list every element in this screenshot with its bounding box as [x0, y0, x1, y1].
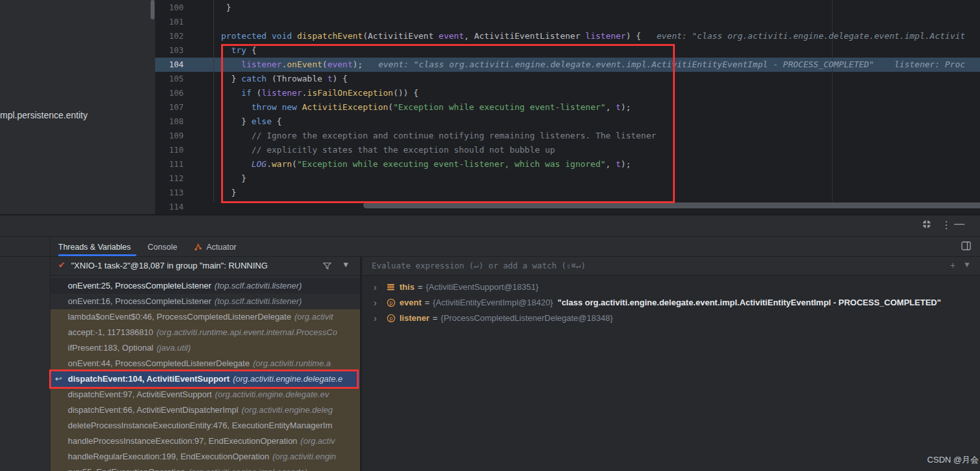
- variable-row-listener[interactable]: ›plistener={ProcessCompletedListenerDele…: [362, 311, 980, 326]
- line-number-gutter[interactable]: 106: [155, 86, 213, 100]
- code-token: ,: [464, 31, 474, 41]
- code-token: ) {: [626, 31, 641, 41]
- line-number-gutter[interactable]: 112: [155, 171, 213, 186]
- thread-dropdown-chevron-icon[interactable]: ▼: [342, 260, 350, 269]
- code-token: dispatchEvent: [297, 31, 363, 41]
- line-number-gutter[interactable]: 113: [155, 186, 213, 200]
- more-options-icon[interactable]: ⋮: [941, 219, 952, 232]
- capture-target-icon[interactable]: [921, 219, 932, 230]
- frame-method: lambda$onEvent$0:46, ProcessCompletedLis…: [68, 312, 291, 322]
- stack-frame[interactable]: dispatchEvent:97, ActivitiEventSupport(o…: [50, 387, 360, 402]
- frame-method: ifPresent:183, Optional: [68, 343, 153, 353]
- frame-method: accept:-1, 1171386810: [68, 327, 153, 337]
- frame-method: run:55, EndExecutionOperation: [68, 467, 185, 471]
- code-token: [434, 31, 439, 41]
- evaluate-dropdown-chevron-icon[interactable]: ▼: [963, 260, 971, 269]
- variable-name: this: [399, 279, 414, 295]
- stack-frame[interactable]: onEvent:16, ProcessCompleteListener(top.…: [50, 294, 360, 309]
- code-token: void: [272, 31, 292, 41]
- tab-actuator[interactable]: Actuator: [194, 243, 237, 252]
- line-number-gutter[interactable]: 103: [155, 43, 213, 58]
- this-icon: [387, 283, 396, 292]
- parameter-icon: p: [387, 314, 396, 323]
- variable-row-event[interactable]: ›pevent={ActivitiEntityEventImpl@18420}"…: [362, 295, 980, 311]
- code-text: }: [221, 1, 231, 15]
- equals-sign: =: [432, 311, 438, 326]
- add-watch-icon[interactable]: +: [950, 260, 955, 270]
- stack-frame[interactable]: accept:-1, 1171386810(org.activiti.runti…: [50, 325, 360, 340]
- stack-frame[interactable]: handleRegularExecution:199, EndExecution…: [50, 449, 360, 465]
- tab-threads-variables[interactable]: Threads & Variables: [58, 243, 131, 252]
- variables-tree[interactable]: ›this={ActivitiEventSupport@18351}›peven…: [362, 276, 980, 471]
- frame-method: onEvent:16, ProcessCompleteListener: [68, 296, 211, 306]
- code-token: listener: [586, 31, 626, 41]
- variable-row-this[interactable]: ›this={ActivitiEventSupport@18351}: [362, 279, 980, 295]
- evaluate-expression-placeholder: Evaluate expression (↵) or add a watch (…: [372, 261, 586, 270]
- frame-method: dispatchEvent:66, ActivitiEventDispatche…: [68, 405, 239, 415]
- frame-method: onEvent:44, ProcessCompletedListenerDele…: [68, 358, 250, 368]
- stack-frame[interactable]: ifPresent:183, Optional(java.util): [50, 340, 360, 356]
- frame-package: (org.activiti.runtime.api.event.internal…: [156, 327, 337, 337]
- ide-window: mpl.persistence.entity 100 }101102protec…: [0, 0, 980, 471]
- code-token: (: [363, 31, 368, 41]
- layout-settings-icon[interactable]: [961, 241, 971, 250]
- line-number-gutter[interactable]: 105: [155, 72, 213, 86]
- frame-package: (top.sclf.activiti.listener): [215, 296, 302, 306]
- stack-frame[interactable]: dispatchEvent:66, ActivitiEventDispatche…: [50, 402, 360, 418]
- parameter-icon: p: [387, 298, 396, 307]
- code-annotation-red-box: [221, 44, 675, 203]
- line-number-gutter[interactable]: 108: [155, 115, 213, 129]
- actuator-icon: [194, 243, 202, 251]
- code-token: ActivitiEvent: [368, 31, 434, 41]
- evaluate-expression-bar[interactable]: Evaluate expression (↵) or add a watch (…: [362, 257, 980, 276]
- project-package-label: mpl.persistence.entity: [0, 110, 97, 120]
- frame-package: (org.activiti.engine.delegate.ev: [215, 389, 329, 399]
- frame-package: (org.activiti.engin: [273, 452, 336, 461]
- expand-chevron-icon[interactable]: ›: [374, 311, 383, 326]
- stack-frame[interactable]: handleProcessInstanceExecution:97, EndEx…: [50, 433, 360, 449]
- debug-tab-bar: Threads & VariablesConsoleActuator: [0, 237, 980, 257]
- line-number-gutter[interactable]: 101: [155, 15, 213, 29]
- tab-label: Threads & Variables: [58, 243, 131, 252]
- editor-horizontal-scrollbar[interactable]: [363, 203, 980, 208]
- variable-name: event: [399, 295, 421, 311]
- thread-status-text: "XNIO-1 task-2"@18,087 in group "main": …: [71, 261, 268, 270]
- code-line-102: 102protected void dispatchEvent(Activiti…: [155, 29, 980, 43]
- line-number-gutter[interactable]: 110: [155, 143, 213, 157]
- code-token: }: [226, 3, 231, 12]
- tab-label: Console: [147, 243, 177, 252]
- project-scrollbar[interactable]: [151, 0, 154, 19]
- stack-frame[interactable]: deleteProcessInstanceExecutionEntity:476…: [50, 418, 360, 433]
- line-number-gutter[interactable]: 100: [155, 1, 213, 15]
- frame-package: (org.activit: [294, 312, 333, 322]
- expand-chevron-icon[interactable]: ›: [374, 295, 383, 311]
- frame-package: (org.activiti.runtime.a: [253, 358, 331, 368]
- frame-method: handleProcessInstanceExecution:97, EndEx…: [68, 436, 297, 446]
- line-number-gutter[interactable]: 107: [155, 100, 213, 115]
- frame-method: deleteProcessInstanceExecutionEntity:476…: [68, 421, 332, 430]
- line-number-gutter[interactable]: 104: [155, 58, 213, 72]
- stack-frame[interactable]: onEvent:25, ProcessCompleteListener(top.…: [50, 278, 360, 294]
- thread-selector-bar[interactable]: ✔ "XNIO-1 task-2"@18,087 in group "main"…: [50, 257, 360, 276]
- frame-package: (org.activiti.engine.impl.agenda): [188, 467, 307, 471]
- hide-panel-icon[interactable]: —: [954, 217, 964, 230]
- svg-text:p: p: [389, 316, 392, 322]
- tab-console[interactable]: Console: [147, 243, 177, 252]
- filter-funnel-icon[interactable]: [323, 261, 332, 270]
- equals-sign: =: [425, 295, 430, 311]
- frame-method: handleRegularExecution:199, EndExecution…: [68, 452, 270, 461]
- variable-string-value: "class org.activiti.engine.delegate.even…: [557, 295, 941, 311]
- code-token: ActivitiEventListener: [474, 31, 580, 41]
- line-number-gutter[interactable]: 114: [155, 200, 213, 214]
- code-line-101: 101: [155, 15, 980, 29]
- stack-frame[interactable]: run:55, EndExecutionOperation(org.activi…: [50, 465, 360, 471]
- variable-name: listener: [399, 311, 429, 326]
- frame-annotation-red-box: [49, 369, 359, 389]
- line-number-gutter[interactable]: 102: [155, 29, 213, 43]
- line-number-gutter[interactable]: 111: [155, 157, 213, 171]
- line-number-gutter[interactable]: 109: [155, 129, 213, 143]
- thread-running-check-icon: ✔: [58, 260, 65, 270]
- expand-chevron-icon[interactable]: ›: [374, 279, 383, 295]
- stack-frame[interactable]: lambda$onEvent$0:46, ProcessCompletedLis…: [50, 309, 360, 325]
- project-panel: mpl.persistence.entity: [0, 0, 155, 214]
